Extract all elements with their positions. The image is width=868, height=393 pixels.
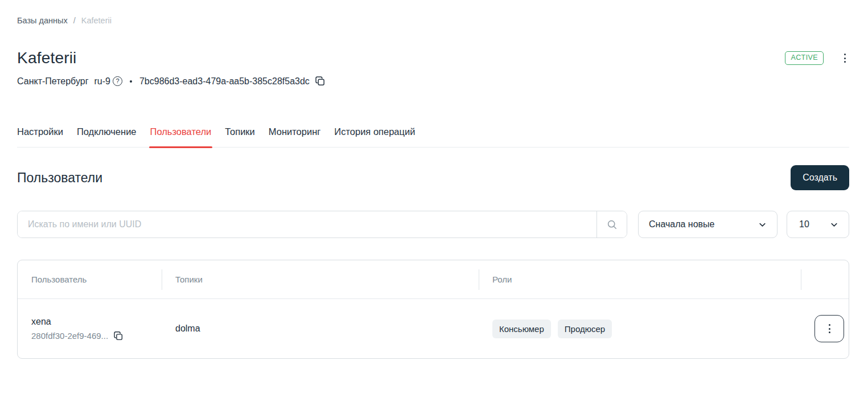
question-circle-icon[interactable]: ? — [113, 76, 122, 86]
create-user-button[interactable]: Создать — [791, 165, 849, 190]
row-kebab-menu-button[interactable] — [814, 315, 844, 342]
breadcrumb-separator: / — [73, 16, 76, 25]
table-header-row: Пользователь Топики Роли — [18, 260, 849, 299]
tab-topics[interactable]: Топики — [225, 126, 255, 147]
table-row: xena 280fdf30-2ef9-469... dolma Консьюме… — [18, 299, 849, 358]
users-table: Пользователь Топики Роли xena 280fdf30-2… — [17, 260, 849, 359]
page-size-value: 10 — [799, 219, 809, 230]
page: Базы данных / Kafeterii Kafeterii ACTIVE… — [0, 0, 868, 359]
users-section-title: Пользователи — [17, 170, 102, 186]
user-uuid-text: 280fdf30-2ef9-469... — [31, 331, 108, 341]
page-title: Kafeterii — [17, 49, 77, 67]
cluster-kebab-menu-icon[interactable] — [841, 51, 849, 65]
cluster-header: Kafeterii ACTIVE — [17, 49, 849, 67]
search-button[interactable] — [597, 211, 627, 238]
search-icon — [606, 219, 618, 231]
user-name: xena — [31, 317, 51, 327]
page-size-select[interactable]: 10 — [787, 211, 849, 238]
tab-connection[interactable]: Подключение — [77, 126, 137, 147]
copy-icon[interactable] — [113, 331, 124, 341]
user-cell: xena 280fdf30-2ef9-469... — [18, 299, 162, 358]
region-label: Санкт-Петербург — [17, 76, 88, 87]
search-input[interactable] — [18, 211, 597, 238]
user-uuid: 280fdf30-2ef9-469... — [31, 331, 124, 341]
breadcrumb-current: Kafeterii — [81, 16, 112, 25]
sort-select-value: Сначала новые — [649, 219, 714, 230]
tab-settings[interactable]: Настройки — [17, 126, 63, 147]
zone-label: ru-9 — [94, 76, 110, 87]
cluster-tabs: Настройки Подключение Пользователи Топик… — [17, 126, 849, 148]
column-header-roles: Роли — [479, 260, 801, 298]
users-section-header: Пользователи Создать — [17, 165, 849, 190]
breadcrumb: Базы данных / Kafeterii — [17, 16, 849, 25]
status-badge: ACTIVE — [785, 51, 824, 65]
topics-cell: dolma — [162, 299, 479, 358]
sort-select[interactable]: Сначала новые — [638, 211, 778, 238]
header-actions: ACTIVE — [785, 51, 849, 65]
dot-separator — [130, 80, 132, 83]
kebab-menu-icon — [829, 324, 830, 333]
search-box — [17, 211, 627, 238]
roles-cell: Консьюмер Продюсер — [479, 299, 801, 358]
column-header-user: Пользователь — [18, 260, 162, 298]
chevron-down-icon — [829, 220, 839, 230]
tab-operation-history[interactable]: История операций — [334, 126, 415, 147]
tab-monitoring[interactable]: Мониторинг — [269, 126, 321, 147]
column-header-topics: Топики — [162, 260, 479, 298]
tab-users[interactable]: Пользователи — [150, 126, 212, 147]
chevron-down-icon — [758, 220, 767, 230]
copy-icon[interactable] — [315, 76, 326, 87]
users-filter-row: Сначала новые 10 — [17, 211, 849, 238]
column-header-actions — [801, 260, 849, 298]
row-actions-cell — [801, 299, 850, 358]
breadcrumb-databases-link[interactable]: Базы данных — [17, 16, 68, 25]
cluster-uuid: 7bc986d3-ead3-479a-aa5b-385c28f5a3dc — [139, 76, 310, 87]
role-badge-consumer: Консьюмер — [492, 320, 551, 338]
cluster-meta: Санкт-Петербург ru-9 ? 7bc986d3-ead3-479… — [17, 76, 849, 87]
role-badge-producer: Продюсер — [558, 320, 612, 338]
